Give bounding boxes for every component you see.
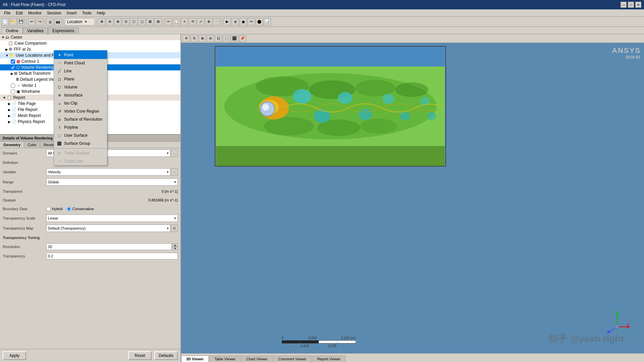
menu-item-volume[interactable]: ⬡ Volume <box>54 83 107 91</box>
vt-frame-btn[interactable]: ⬚ <box>223 35 230 42</box>
menu-item-polyline[interactable]: ⌇ Polyline <box>54 123 107 131</box>
transparent-label: Transparent <box>3 189 46 193</box>
viewer-tab-report[interactable]: Report Viewer <box>312 356 346 362</box>
screenshot-button[interactable]: 📷 <box>54 18 62 25</box>
conservative-radio[interactable]: Conservative <box>67 207 94 211</box>
transparency-input[interactable] <box>46 253 178 259</box>
transparency-scale-select[interactable]: Linear <box>46 215 178 222</box>
apply-button[interactable]: Apply <box>3 351 26 360</box>
detail-tab-color[interactable]: Color <box>24 142 40 148</box>
reset-button[interactable]: Reset <box>128 351 152 360</box>
wireframe-checkbox[interactable] <box>11 89 15 94</box>
range-select-wrapper: Global <box>46 178 178 186</box>
minimize-button[interactable]: — <box>621 2 627 8</box>
tab-outline[interactable]: Outline <box>1 27 23 34</box>
tb-btn-7[interactable]: ⊗ <box>114 18 121 25</box>
menu-item-vortex[interactable]: ↺ Vortex Core Region <box>54 107 107 115</box>
viewport[interactable]: ✛ ↻ ⊕ ⊖ ⊡ ⬚ ⬛ 📌 View 1 ▼ ANSYS 2019 R1 <box>181 34 644 362</box>
tb-btn-22[interactable]: ⏹ <box>239 18 247 25</box>
tb-btn-18[interactable]: ⊕ <box>205 18 212 25</box>
vt-rect-btn[interactable]: ⬛ <box>231 35 238 42</box>
location-dropdown[interactable]: Location ▼ <box>65 18 95 25</box>
conservative-label: Conservative <box>72 207 94 211</box>
svg-point-16 <box>338 92 353 104</box>
menu-tools[interactable]: Tools <box>79 10 94 16</box>
open-button[interactable]: 📂 <box>9 18 17 25</box>
menu-item-user-surface[interactable]: ⬚ User Surface <box>54 131 107 139</box>
tb-btn-6[interactable]: ⊖ <box>106 18 113 25</box>
variable-select[interactable]: Velocity <box>46 168 170 176</box>
scale-labels: 0 0.050 0.100 (m) <box>282 336 356 340</box>
res-down[interactable]: ▼ <box>172 247 178 250</box>
tb-btn-24[interactable]: ⬤ <box>256 18 263 25</box>
tb-btn-8[interactable]: ⊙ <box>122 18 129 25</box>
vt-fit-btn[interactable]: ⊡ <box>215 35 222 42</box>
menu-help[interactable]: Help <box>94 10 108 16</box>
save-button[interactable]: 💾 <box>17 18 25 25</box>
tb-btn-10[interactable]: ◻ <box>138 18 146 25</box>
domains-extra-btn[interactable]: … <box>171 149 178 157</box>
menu-line-label: Line <box>64 69 72 73</box>
tb-btn-23[interactable]: ✏ <box>248 18 255 25</box>
tab-variables[interactable]: Variables <box>23 27 48 34</box>
menu-monitor[interactable]: Monitor <box>25 10 44 16</box>
vol-rendering-checkbox[interactable] <box>11 65 15 70</box>
menu-session[interactable]: Session <box>44 10 64 16</box>
maximize-button[interactable]: □ <box>628 2 634 8</box>
tb-btn-20[interactable]: ▶ <box>223 18 231 25</box>
vector1-checkbox[interactable] <box>11 83 15 88</box>
detail-tab-geometry[interactable]: Geometry <box>0 142 24 148</box>
viewer-tab-3d[interactable]: 3D Viewer <box>181 356 209 362</box>
menu-item-surface-rev[interactable]: ◎ Surface of Revolution <box>54 115 107 123</box>
menu-item-iso-clip[interactable]: ⟁ Iso Clip <box>54 99 107 107</box>
svg-point-18 <box>382 94 394 104</box>
vt-zoom-out-btn[interactable]: ⊖ <box>207 35 214 42</box>
menu-insert[interactable]: Insert <box>64 10 79 16</box>
viewer-tab-chart[interactable]: Chart Viewer <box>241 356 272 362</box>
tree-case-comparison[interactable]: 📋 Case Comparison <box>0 40 180 46</box>
menu-file[interactable]: File <box>1 10 13 16</box>
tb-btn-16[interactable]: ⟲ <box>189 18 196 25</box>
res-up[interactable]: ▲ <box>172 243 178 247</box>
menu-item-plane[interactable]: ◻ Plane <box>54 75 107 83</box>
menu-edit[interactable]: Edit <box>13 10 25 16</box>
range-select[interactable]: Global <box>46 178 178 186</box>
close-button[interactable]: ✕ <box>635 2 641 8</box>
tb-btn-25[interactable]: 📊 <box>264 18 271 25</box>
tab-expressions[interactable]: Expressions <box>48 27 78 34</box>
viewer-tab-table[interactable]: Table Viewer <box>209 356 240 362</box>
transp-map-btn[interactable]: ⊡ <box>171 225 178 232</box>
vt-rotate-btn[interactable]: ↻ <box>191 35 198 42</box>
contour1-checkbox[interactable] <box>11 59 15 64</box>
tb-btn-5[interactable]: ⊕ <box>98 18 105 25</box>
vt-cursor-btn[interactable]: ✛ <box>182 35 190 42</box>
tb-btn-12[interactable]: ⊞ <box>154 18 162 25</box>
menu-item-line[interactable]: ╱ Line <box>54 67 107 75</box>
hybrid-radio[interactable]: Hybrid <box>46 207 63 211</box>
tb-btn-13[interactable]: ✂ <box>165 18 172 25</box>
defaults-button[interactable]: Defaults <box>154 351 178 360</box>
print-button[interactable]: 🖨 <box>46 18 54 25</box>
variable-extra-btn[interactable]: … <box>171 168 178 176</box>
menu-item-isosurface[interactable]: ≋ Isosurface <box>54 91 107 99</box>
vt-zoom-in-btn[interactable]: ⊕ <box>199 35 206 42</box>
tb-btn-9[interactable]: ⬡ <box>130 18 138 25</box>
transparency-map-select[interactable]: Default (Transparency) <box>46 225 170 232</box>
menu-item-point[interactable]: ✦ Point <box>54 51 107 59</box>
tree-cases[interactable]: ▼ 🗂 Cases <box>0 34 180 40</box>
tb-btn-14[interactable]: 📋 <box>173 18 180 25</box>
redo-button[interactable]: ↪ <box>36 18 43 25</box>
tb-btn-19[interactable]: ⋯ <box>213 18 220 25</box>
resolution-input[interactable] <box>46 243 172 250</box>
undo-button[interactable]: ↩ <box>28 18 35 25</box>
menu-item-surface-group[interactable]: ⬛ Surface Group <box>54 139 107 147</box>
tb-btn-15[interactable]: ⌖ <box>181 18 188 25</box>
tb-btn-17[interactable]: ⤢ <box>197 18 204 25</box>
tb-btn-11[interactable]: ⊠ <box>146 18 154 25</box>
viewer-tab-comment[interactable]: Comment Viewer <box>273 356 312 362</box>
vt-pin-btn[interactable]: 📌 <box>239 35 246 42</box>
resolution-spinner[interactable]: ▲ ▼ <box>172 243 178 250</box>
new-button[interactable]: 📄 <box>1 18 9 25</box>
tb-btn-21[interactable]: ⏸ <box>231 18 239 25</box>
menu-item-point-cloud[interactable]: ⁘ Point Cloud <box>54 59 107 67</box>
